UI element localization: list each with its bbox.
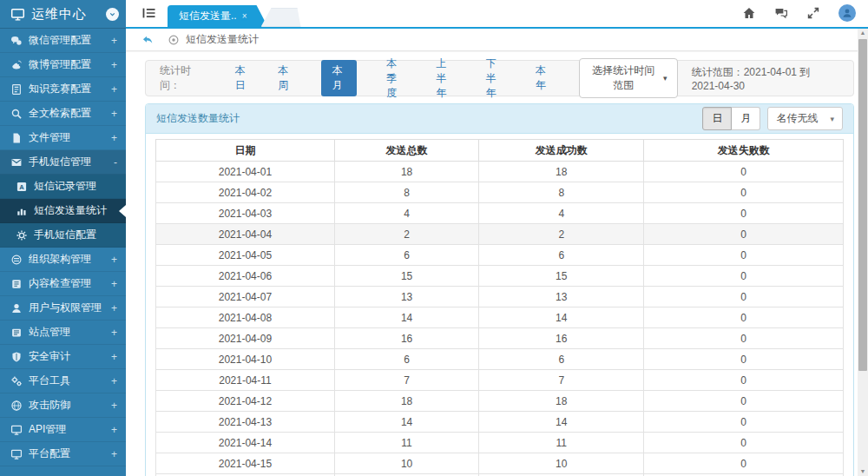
table-row-2021-04-04[interactable]: 2021-04-04220: [156, 224, 844, 245]
submenu-item-sms-volume-stats[interactable]: 短信发送量统计: [0, 199, 126, 223]
scroll-up-icon[interactable]: ▲: [860, 29, 866, 37]
table-cell: 18: [334, 162, 478, 182]
sidebar-item-quiz-config[interactable]: 知识竞赛配置+: [0, 77, 126, 102]
shield-icon: [10, 351, 23, 363]
expand-toggle-icon[interactable]: +: [111, 254, 117, 266]
expand-toggle-icon[interactable]: +: [111, 448, 117, 460]
expand-toggle-icon[interactable]: +: [111, 132, 117, 144]
desktop-icon: [10, 448, 23, 460]
panel-title: 短信发送数量统计: [156, 111, 702, 126]
day-month-toggle: 日月: [702, 107, 760, 130]
menu-item-label: 知识竞赛配置: [29, 82, 111, 96]
menu-item-label: 平台工具: [29, 374, 111, 388]
table-row-2021-04-13[interactable]: 2021-04-1314140: [156, 412, 844, 433]
sidebar-item-attack-defense[interactable]: 攻击防御+: [0, 393, 126, 418]
sidebar-item-platform-tools[interactable]: 平台工具+: [0, 369, 126, 393]
user-avatar-icon[interactable]: [838, 4, 856, 22]
expand-toggle-icon[interactable]: +: [111, 278, 117, 290]
vertical-scrollbar[interactable]: ▲ ▼: [858, 29, 868, 476]
menu-item-label: 全文检索配置: [29, 106, 111, 121]
sidebar-item-site-management[interactable]: 站点管理+: [0, 321, 126, 345]
table-cell: 2021-04-05: [156, 245, 335, 266]
view-toggle-月-button[interactable]: 月: [732, 107, 760, 130]
submenu-item-sms-config[interactable]: 手机短信配置: [0, 223, 126, 248]
table-cell: 4: [334, 203, 478, 224]
table-cell: 2021-04-11: [156, 370, 335, 391]
sidebar-item-content-check[interactable]: 内容检查管理+: [0, 272, 126, 296]
sidebar-item-security-audit[interactable]: 安全审计+: [0, 345, 126, 369]
app-window: 运维中心 微信管理配置+微博管理配置+知识竞赛配置+全文检索配置+文件管理+手机…: [0, 0, 868, 476]
range-button-label: 选择统计时间范围: [589, 63, 659, 93]
sidebar-item-sms-management[interactable]: 手机短信管理-: [0, 150, 126, 175]
expand-toggle-icon[interactable]: +: [111, 35, 117, 47]
table-cell: 14: [479, 307, 644, 328]
table-row-2021-04-01[interactable]: 2021-04-0118180: [156, 162, 844, 182]
expand-toggle-icon[interactable]: +: [111, 400, 117, 412]
expand-toggle-icon[interactable]: +: [111, 375, 117, 387]
filter-option-本日[interactable]: 本日: [235, 63, 249, 93]
table-row-2021-04-11[interactable]: 2021-04-11770: [156, 370, 844, 391]
table-row-2021-04-15[interactable]: 2021-04-1510100: [156, 453, 844, 474]
book-icon: [10, 278, 23, 290]
table-cell: 0: [644, 370, 844, 391]
sidebar-item-org-structure[interactable]: 组织架构管理+: [0, 248, 126, 272]
table-row-2021-04-12[interactable]: 2021-04-1218180: [156, 391, 844, 412]
sidebar-menu: 微信管理配置+微博管理配置+知识竞赛配置+全文检索配置+文件管理+手机短信管理-…: [0, 29, 126, 466]
sidebar-item-user-permission[interactable]: 用户与权限管理+: [0, 296, 126, 321]
expand-toggle-icon[interactable]: +: [111, 351, 117, 363]
view-toggle-日-button[interactable]: 日: [702, 107, 732, 130]
table-header-2: 发送成功数: [479, 140, 644, 162]
table-row-2021-04-02[interactable]: 2021-04-02880: [156, 182, 844, 203]
expand-toggle-icon[interactable]: +: [111, 108, 117, 120]
expand-toggle-icon[interactable]: +: [111, 424, 117, 436]
table-row-2021-04-06[interactable]: 2021-04-0615150: [156, 266, 844, 287]
select-time-range-button[interactable]: 选择统计时间范围 ▾: [579, 58, 678, 98]
filter-option-本月[interactable]: 本月: [321, 60, 358, 96]
table-row-2021-04-03[interactable]: 2021-04-03440: [156, 203, 844, 224]
collapse-toggle-icon[interactable]: -: [114, 156, 117, 169]
filter-option-上半年[interactable]: 上半年: [437, 56, 457, 101]
filter-option-本周[interactable]: 本周: [278, 63, 292, 93]
expand-icon[interactable]: [806, 6, 820, 20]
carrier-select[interactable]: 名传无线 ▾: [767, 107, 843, 130]
filter-option-本季度[interactable]: 本季度: [386, 56, 406, 101]
sidebar-item-wechat-config[interactable]: 微信管理配置+: [0, 29, 126, 53]
sidebar-toggle-icon[interactable]: [141, 5, 157, 21]
table-cell: 13: [334, 287, 478, 307]
table-row-2021-04-08[interactable]: 2021-04-0814140: [156, 307, 844, 328]
home-icon[interactable]: [742, 6, 756, 20]
expand-toggle-icon[interactable]: +: [111, 83, 117, 96]
table-row-2021-04-10[interactable]: 2021-04-10660: [156, 349, 844, 370]
sidebar-item-fulltext-search-config[interactable]: 全文检索配置+: [0, 102, 126, 126]
sidebar-item-platform-config[interactable]: 平台配置+: [0, 442, 126, 466]
expand-toggle-icon[interactable]: +: [111, 327, 117, 339]
chevron-down-circle-icon[interactable]: [106, 8, 119, 21]
table-row-2021-04-14[interactable]: 2021-04-1411110: [156, 433, 844, 453]
comments-icon[interactable]: [774, 6, 788, 20]
sidebar-item-file-management[interactable]: 文件管理+: [0, 126, 126, 150]
submenu-item-sms-record-management[interactable]: A短信记录管理: [0, 175, 126, 199]
table-row-2021-04-05[interactable]: 2021-04-05660: [156, 245, 844, 266]
svg-text:A: A: [19, 182, 24, 190]
table-cell: 6: [334, 349, 478, 370]
table-cell: 14: [334, 307, 478, 328]
expand-toggle-icon[interactable]: +: [111, 59, 117, 71]
tab-sms-volume-stats[interactable]: 短信发送量.. ×: [168, 5, 268, 27]
table-cell: 0: [644, 412, 844, 433]
table-row-2021-04-07[interactable]: 2021-04-0713130: [156, 287, 844, 307]
filter-options: 本日本周本月本季度上半年下半年本年: [235, 56, 579, 101]
scroll-down-icon[interactable]: ▼: [860, 467, 866, 476]
table-cell: 2021-04-15: [156, 453, 335, 474]
table-row-2021-04-09[interactable]: 2021-04-0916160: [156, 328, 844, 349]
sidebar-item-api-management[interactable]: API管理+: [0, 418, 126, 442]
stats-range-text: 统计范围：2021-04-01 到 2021-04-30: [692, 65, 839, 92]
menu-item-label: 平台配置: [29, 446, 111, 461]
expand-toggle-icon[interactable]: +: [111, 302, 117, 314]
scrollbar-thumb[interactable]: [858, 39, 867, 371]
sidebar-item-weibo-config[interactable]: 微博管理配置+: [0, 53, 126, 77]
filter-option-本年[interactable]: 本年: [536, 63, 549, 93]
tab-close-icon[interactable]: ×: [242, 11, 247, 21]
table-header-0: 日期: [156, 140, 335, 162]
back-arrow-icon[interactable]: [141, 34, 154, 46]
filter-option-下半年[interactable]: 下半年: [486, 56, 506, 101]
